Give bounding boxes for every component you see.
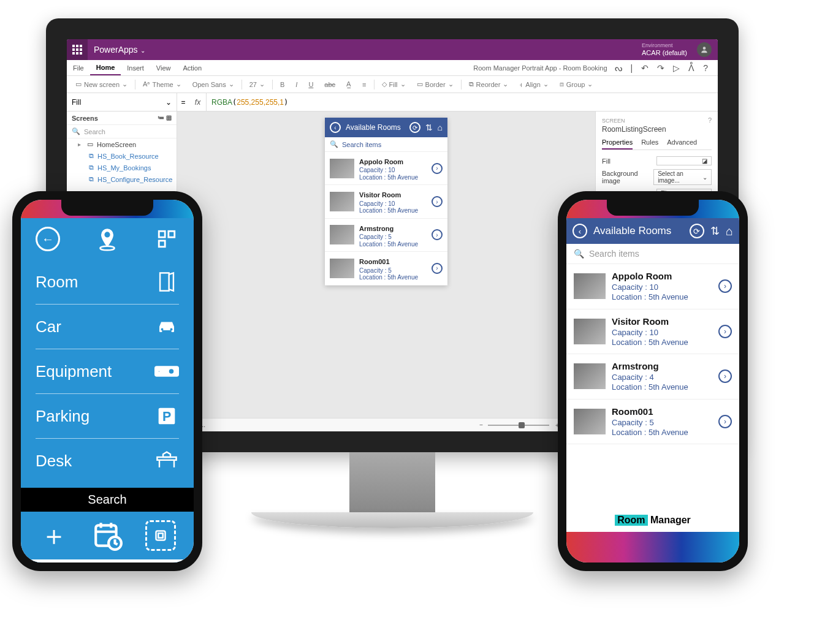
chevron-right-icon[interactable]: ›	[718, 325, 732, 338]
tab-properties[interactable]: Properties	[602, 138, 633, 150]
menu-file[interactable]: File	[67, 60, 90, 75]
undo-button[interactable]: ↶	[641, 63, 649, 73]
tree-item-configure-resource[interactable]: ⧉ HS_Configure_Resource	[67, 173, 177, 185]
chevron-right-icon[interactable]: ›	[718, 415, 732, 428]
svg-rect-6	[72, 52, 75, 55]
back-button[interactable]: ‹	[330, 122, 341, 133]
search-icon: 🔍	[72, 127, 80, 135]
tree-item-book-resource[interactable]: ⧉ HS_Book_Resource	[67, 150, 177, 162]
room-item[interactable]: Room001Capacity : 5Location : 5th Avenue…	[566, 400, 739, 445]
user-avatar[interactable]	[697, 42, 712, 57]
app-checker-icon[interactable]: ᔓ	[615, 63, 622, 73]
app-launcher-button[interactable]	[67, 39, 88, 60]
room-item[interactable]: Appolo RoomCapacity : 10Location : 5th A…	[566, 264, 739, 309]
theme-button[interactable]: Aᵃ Theme ⌄	[139, 80, 185, 88]
props-tabs: Properties Rules Advanced	[602, 138, 712, 150]
menu-action[interactable]: Action	[177, 60, 208, 75]
refresh-button[interactable]: ⟳	[409, 122, 420, 133]
svg-point-18	[169, 368, 175, 374]
font-size-select[interactable]: 27 ⌄	[246, 80, 268, 88]
room-thumb	[574, 409, 606, 434]
svg-rect-11	[159, 231, 165, 237]
svg-rect-1	[76, 45, 78, 47]
fx-icon[interactable]: fx	[189, 93, 207, 111]
app-title: Available Rooms	[593, 225, 683, 237]
tree-search[interactable]: 🔍 Search	[67, 125, 177, 138]
category-room[interactable]: Room	[36, 260, 179, 305]
category-car[interactable]: Car	[36, 305, 179, 349]
font-select[interactable]: Open Sans ⌄	[189, 80, 238, 88]
bold-button[interactable]: B	[276, 81, 288, 88]
chevron-right-icon[interactable]: ›	[718, 369, 732, 383]
sort-button[interactable]: ⇅	[710, 224, 720, 238]
align-objects-button[interactable]: ⫞ Align ⌄	[515, 80, 552, 88]
location-icon[interactable]	[95, 227, 120, 251]
room-item[interactable]: ArmstrongCapacity : 4Location : 5th Aven…	[566, 354, 739, 400]
tree-item-homescreen[interactable]: ▭ HomeScreen	[67, 138, 177, 150]
play-button[interactable]: ▷	[673, 63, 680, 73]
search-box[interactable]: 🔍 Search items	[325, 137, 447, 152]
share-button[interactable]: ᐰ	[688, 63, 694, 73]
zoom-slider[interactable]	[488, 425, 549, 426]
room-thumb	[330, 159, 354, 178]
chevron-right-icon[interactable]: ›	[718, 279, 732, 293]
refresh-button[interactable]: ⟳	[690, 224, 704, 238]
category-equipment[interactable]: Equipment	[36, 349, 179, 394]
home-button[interactable]: ⌂	[726, 224, 733, 238]
chevron-right-icon[interactable]: ›	[432, 229, 443, 240]
back-button[interactable]: ←	[36, 227, 60, 251]
menu-insert[interactable]: Insert	[121, 60, 150, 75]
sort-button[interactable]: ⇅	[425, 123, 433, 132]
chevron-right-icon[interactable]: ›	[432, 196, 443, 207]
search-button[interactable]: Search	[21, 488, 194, 512]
room-item[interactable]: Appolo RoomCapacity : 10Location : 5th A…	[325, 152, 447, 185]
environment-picker[interactable]: Environment ACAR (default)	[642, 43, 697, 56]
new-screen-button[interactable]: ▭ New screen ⌄	[72, 80, 131, 88]
strike-button[interactable]: abc	[321, 81, 339, 88]
grid-icon[interactable]	[154, 227, 179, 251]
category-desk[interactable]: Desk	[36, 439, 179, 483]
reorder-button[interactable]: ⧉ Reorder ⌄	[465, 80, 512, 88]
formula-input[interactable]: RGBA(255,255,255,1)	[207, 98, 293, 107]
canvas[interactable]: ‹ Available Rooms ⟳ ⇅ ⌂ 🔍 Search items	[177, 112, 595, 431]
zoom-out-button[interactable]: −	[479, 422, 483, 428]
room-item[interactable]: Visitor RoomCapacity : 10Location : 5th …	[566, 309, 739, 355]
back-button[interactable]: ‹	[572, 224, 587, 238]
menu-view[interactable]: View	[150, 60, 177, 75]
tab-advanced[interactable]: Advanced	[667, 138, 697, 150]
underline-button[interactable]: U	[305, 81, 317, 88]
chevron-right-icon[interactable]: ›	[432, 163, 443, 174]
room-item[interactable]: Visitor RoomCapacity : 10Location : 5th …	[325, 185, 447, 218]
tree-item-my-bookings[interactable]: ⧉ HS_My_Bookings	[67, 162, 177, 173]
font-color-button[interactable]: A̲	[343, 80, 355, 88]
tab-rules[interactable]: Rules	[641, 138, 658, 150]
add-button[interactable]: ＋	[39, 520, 69, 551]
property-selector[interactable]: Fill⌄	[67, 93, 177, 111]
props-help-icon[interactable]: ?	[708, 116, 712, 124]
room-thumb	[574, 319, 606, 344]
align-button[interactable]: ≡	[359, 81, 370, 88]
border-button[interactable]: ▭ Border ⌄	[413, 80, 457, 88]
canvas-app-preview[interactable]: ‹ Available Rooms ⟳ ⇅ ⌂ 🔍 Search items	[325, 118, 447, 286]
brand-chevron-icon[interactable]: ⌄	[140, 47, 145, 54]
room-item[interactable]: Room001Capacity : 5Location : 5th Avenue…	[325, 252, 447, 285]
fill-color-input[interactable]: ◪	[656, 156, 712, 165]
app-header: ‹ Available Rooms ⟳ ⇅ ⌂	[325, 118, 447, 137]
bgimage-select[interactable]: Select an image...⌄	[653, 169, 712, 185]
home-button[interactable]: ⌂	[438, 123, 443, 132]
group-button[interactable]: ⧈ Group ⌄	[556, 80, 597, 88]
chevron-right-icon[interactable]: ›	[432, 263, 443, 274]
fill-button[interactable]: ◇ Fill ⌄	[378, 80, 409, 88]
scan-button[interactable]	[145, 520, 176, 551]
menu-home[interactable]: Home	[90, 60, 121, 75]
redo-button[interactable]: ↷	[657, 63, 664, 73]
calendar-button[interactable]	[92, 520, 123, 551]
room-item[interactable]: ArmstrongCapacity : 5Location : 5th Aven…	[325, 219, 447, 252]
parking-icon: P	[154, 404, 179, 428]
category-parking[interactable]: ParkingP	[36, 394, 179, 439]
search-box[interactable]: 🔍 Search items	[566, 244, 739, 264]
help-button[interactable]: ?	[703, 63, 708, 73]
ribbon: ▭ New screen ⌄ Aᵃ Theme ⌄ Open Sans ⌄ 27…	[67, 76, 718, 93]
tree-view-toggle[interactable]: ≔ ⊞	[158, 114, 172, 122]
italic-button[interactable]: I	[292, 81, 301, 88]
